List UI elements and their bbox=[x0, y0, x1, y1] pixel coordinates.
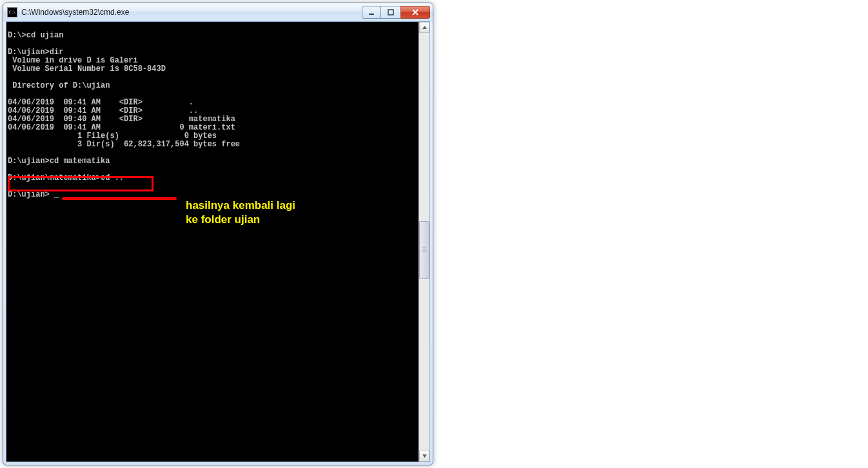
annotation-line1: hasilnya kembali lagi bbox=[186, 199, 295, 211]
terminal-output[interactable]: D:\>cd ujian D:\ujian>dir Volume in driv… bbox=[6, 22, 419, 462]
close-button[interactable] bbox=[400, 6, 430, 19]
scroll-down-button[interactable] bbox=[419, 451, 429, 462]
client-area: D:\>cd ujian D:\ujian>dir Volume in driv… bbox=[6, 21, 430, 462]
scroll-up-button[interactable] bbox=[419, 22, 429, 33]
minimize-button[interactable] bbox=[362, 6, 381, 19]
titlebar[interactable]: C:\Windows\system32\cmd.exe bbox=[3, 3, 433, 21]
vertical-scrollbar[interactable] bbox=[419, 22, 429, 462]
window-controls bbox=[362, 6, 430, 19]
svg-rect-0 bbox=[369, 14, 374, 15]
svg-rect-1 bbox=[388, 10, 393, 15]
window-title: C:\Windows\system32\cmd.exe bbox=[21, 8, 362, 17]
underline-annotation bbox=[62, 197, 177, 200]
cmd-window: C:\Windows\system32\cmd.exe D:\>cd ujian… bbox=[3, 3, 433, 465]
scroll-thumb[interactable] bbox=[419, 221, 429, 279]
highlight-box bbox=[8, 176, 153, 191]
cmd-icon bbox=[7, 7, 17, 17]
scroll-track[interactable] bbox=[419, 33, 429, 451]
annotation-text: hasilnya kembali lagi ke folder ujian bbox=[186, 199, 295, 227]
annotation-line2: ke folder ujian bbox=[186, 213, 260, 226]
maximize-button[interactable] bbox=[381, 6, 400, 19]
